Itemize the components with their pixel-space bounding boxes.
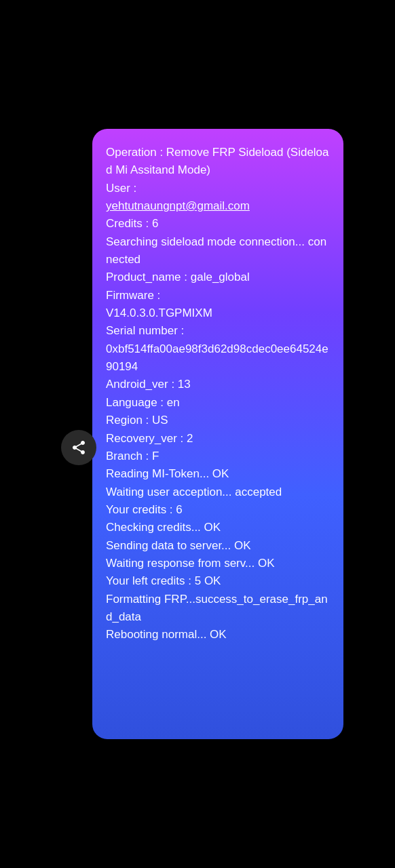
log-line-7: Firmware : [106,289,160,302]
log-line-8: V14.0.3.0.TGPMIXM [106,307,212,319]
log-line-17: Waiting user acception... accepted [106,486,282,498]
log-line-15: Branch : F [106,450,159,462]
log-line-23: Formatting FRP...success_to_erase_frp_an… [106,593,328,623]
log-line-13: Region : US [106,414,168,427]
log-card: Operation : Remove FRP Sideload (Sideloa… [92,129,343,739]
log-line-10: 0xbf514ffa00ae98f3d62d98cdec0ee64524e901… [106,342,328,373]
log-line-22: Your left credits : 5 OK [106,574,221,587]
log-line-19: Checking credits... OK [106,521,221,534]
share-button[interactable] [61,430,96,465]
log-line-20: Sending data to server... OK [106,539,251,552]
log-line-6: Product_name : gale_global [106,271,250,283]
log-line-14: Recovery_ver : 2 [106,432,193,445]
log-line-2: User : [106,182,136,195]
log-line-12: Language : en [106,396,180,409]
log-line-18: Your credits : 6 [106,503,183,516]
log-line-21: Waiting response from serv... OK [106,557,274,570]
log-line-5: Searching sideload mode connection... co… [106,235,326,266]
log-line-9: Serial number : [106,324,184,337]
log-content: Operation : Remove FRP Sideload (Sideloa… [106,144,330,644]
log-line-11: Android_ver : 13 [106,378,191,391]
log-line-16: Reading MI-Token... OK [106,467,229,480]
log-line-24: Rebooting normal... OK [106,628,227,641]
log-line-3: yehtutnaungnpt@gmail.com [106,199,250,212]
share-icon [71,439,87,456]
log-line-4: Credits : 6 [106,217,158,230]
log-line-1: Operation : Remove FRP Sideload (Sideloa… [106,146,329,176]
